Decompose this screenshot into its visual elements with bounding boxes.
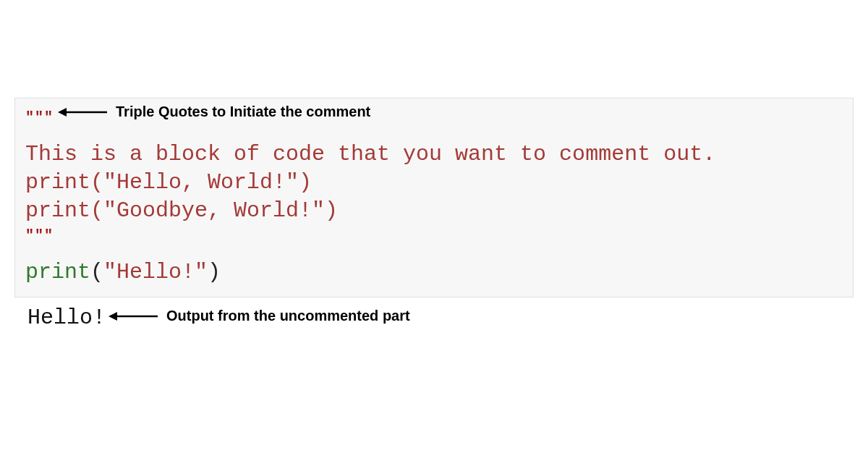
- print-fn: print: [25, 260, 90, 284]
- comment-line-3: print("Goodbye, World!"): [25, 197, 843, 225]
- output-text: Hello!: [27, 305, 106, 330]
- comment-line-2: print("Hello, World!"): [25, 169, 843, 197]
- comment-line-1: This is a block of code that you want to…: [25, 140, 843, 169]
- triple-quote-close: """: [25, 225, 843, 247]
- spacer: [25, 247, 843, 258]
- annotation-output: Output from the uncommented part: [109, 308, 410, 324]
- annotation-bottom-text: Output from the uncommented part: [166, 308, 410, 324]
- annotation-triple-quotes: Triple Quotes to Initiate the comment: [58, 104, 370, 120]
- paren-open: (: [90, 260, 103, 284]
- arrow-left-icon: [109, 311, 159, 322]
- paren-close: ): [208, 260, 221, 284]
- svg-marker-1: [58, 108, 67, 117]
- string-literal: "Hello!": [103, 260, 208, 284]
- active-print-line: print("Hello!"): [25, 258, 843, 287]
- code-block: """ This is a block of code that you wan…: [14, 98, 854, 297]
- annotation-top-text: Triple Quotes to Initiate the comment: [116, 104, 370, 120]
- arrow-left-icon: [58, 106, 109, 118]
- svg-marker-3: [109, 312, 117, 321]
- spacer: [25, 129, 843, 140]
